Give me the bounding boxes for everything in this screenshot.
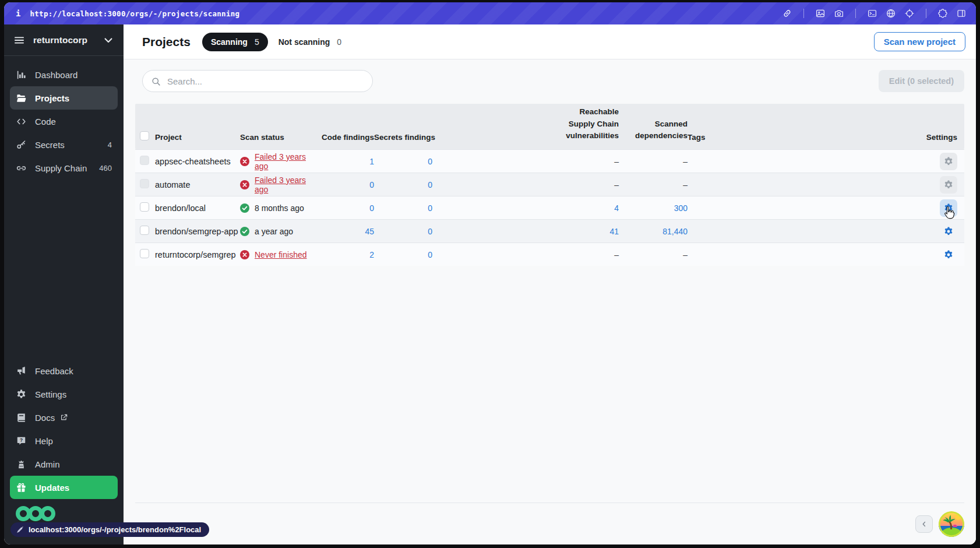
tropical-island-avatar[interactable] bbox=[939, 511, 964, 537]
row-checkbox[interactable] bbox=[140, 226, 149, 235]
sidebar-item-secrets[interactable]: Secrets 4 bbox=[10, 133, 118, 156]
table-row: appsec-cheatsheets Failed 3 years ago 1 … bbox=[135, 149, 964, 173]
secrets-findings-count[interactable]: 0 bbox=[374, 227, 432, 236]
scan-status-cell: Failed 3 years ago bbox=[240, 175, 322, 194]
edit-selected-button[interactable]: Edit (0 selected) bbox=[879, 70, 964, 92]
project-name: returntocorp/semgrep bbox=[155, 250, 240, 259]
target-icon[interactable] bbox=[904, 8, 915, 19]
image-icon[interactable] bbox=[815, 8, 826, 19]
scanned-dependencies-count[interactable]: 300 bbox=[619, 203, 688, 213]
sidebar-badge: 4 bbox=[108, 140, 112, 149]
toolbar-separator bbox=[926, 9, 926, 18]
col-project: Project bbox=[155, 133, 240, 149]
tab-not-scanning[interactable]: Not scanning 0 bbox=[279, 37, 341, 47]
tab-not-scanning-count: 0 bbox=[337, 37, 341, 47]
supply-chain-vulns-count: – bbox=[432, 250, 619, 259]
tab-scanning-count: 5 bbox=[255, 37, 259, 47]
sidebar-item-label: Feedback bbox=[35, 366, 73, 376]
sidebar-item-updates[interactable]: Updates bbox=[10, 476, 118, 499]
code-findings-count[interactable]: 2 bbox=[322, 250, 374, 259]
table-row: brendon/semgrep-app a year ago 45 0 41 8… bbox=[135, 219, 964, 243]
table-header-row: Project Scan status Code findings Secret… bbox=[135, 104, 964, 149]
settings-cell bbox=[842, 199, 964, 217]
sidebar-item-admin[interactable]: Admin bbox=[10, 452, 118, 476]
sidebar-footer-nav: Feedback Settings Docs ? Help Admin Upda… bbox=[4, 359, 124, 499]
scan-status-text[interactable]: Failed 3 years ago bbox=[255, 152, 322, 171]
sidebar-item-label: Code bbox=[35, 117, 56, 127]
terminal-icon[interactable] bbox=[867, 8, 877, 19]
success-icon bbox=[240, 227, 249, 236]
sidebar-item-help[interactable]: ? Help bbox=[10, 429, 118, 452]
external-link-icon bbox=[60, 413, 68, 421]
row-checkbox[interactable] bbox=[140, 202, 149, 212]
camera-icon[interactable] bbox=[834, 8, 844, 19]
sidebar-item-code[interactable]: Code bbox=[10, 110, 118, 133]
app-body: returntocorp Dashboard Projects Code Sec… bbox=[4, 24, 976, 545]
hamburger-icon[interactable] bbox=[13, 34, 25, 46]
sidebar-item-projects[interactable]: Projects bbox=[10, 86, 118, 110]
select-all-checkbox[interactable] bbox=[140, 131, 149, 140]
scanned-dependencies-count: – bbox=[619, 180, 688, 189]
chevron-down-icon[interactable] bbox=[103, 34, 114, 46]
sidebar-item-docs[interactable]: Docs bbox=[10, 406, 118, 429]
secrets-findings-count[interactable]: 0 bbox=[374, 157, 432, 166]
table-row: returntocorp/semgrep Never finished 2 0 … bbox=[135, 243, 964, 266]
sidebar-item-supply-chain[interactable]: Supply Chain 460 bbox=[10, 156, 118, 180]
project-settings-button[interactable] bbox=[940, 153, 957, 170]
sidebar-item-label: Dashboard bbox=[35, 70, 77, 80]
sidebar: returntocorp Dashboard Projects Code Sec… bbox=[4, 24, 124, 545]
secrets-findings-count[interactable]: 0 bbox=[374, 203, 432, 213]
chain-icon bbox=[16, 163, 27, 174]
project-name: appsec-cheatsheets bbox=[155, 157, 240, 166]
col-supply-chain-vulns: Reachable Supply Chain vulnerabilities bbox=[560, 106, 619, 149]
col-secrets-findings: Secrets findings bbox=[374, 133, 432, 149]
search-box[interactable] bbox=[142, 70, 373, 92]
previous-page-button[interactable] bbox=[915, 515, 933, 533]
search-input[interactable] bbox=[166, 76, 364, 87]
supply-chain-vulns-count[interactable]: 4 bbox=[432, 203, 619, 213]
project-name: brendon/semgrep-app bbox=[155, 227, 240, 236]
row-checkbox[interactable] bbox=[140, 156, 149, 165]
project-settings-button[interactable] bbox=[940, 223, 957, 240]
scanned-dependencies-count[interactable]: 81,440 bbox=[619, 227, 688, 236]
secrets-findings-count[interactable]: 0 bbox=[374, 250, 432, 259]
supply-chain-vulns-count[interactable]: 41 bbox=[432, 227, 619, 236]
sidebar-item-label: Supply Chain bbox=[35, 163, 87, 173]
col-scan-status: Scan status bbox=[240, 133, 322, 149]
row-checkbox[interactable] bbox=[140, 179, 149, 188]
dashboard-icon bbox=[16, 69, 27, 80]
tab-scanning[interactable]: Scanning 5 bbox=[202, 33, 268, 51]
project-settings-button[interactable] bbox=[940, 246, 957, 264]
org-switcher[interactable]: returntocorp bbox=[4, 24, 124, 56]
semgrep-logo[interactable] bbox=[16, 506, 124, 521]
svg-text:?: ? bbox=[20, 437, 23, 442]
code-findings-count[interactable]: 0 bbox=[322, 203, 374, 213]
sidebar-item-label: Secrets bbox=[35, 140, 65, 150]
scan-status-text[interactable]: Failed 3 years ago bbox=[255, 175, 322, 194]
extensions-icon[interactable] bbox=[937, 8, 948, 19]
sidebar-item-feedback[interactable]: Feedback bbox=[10, 359, 118, 382]
scan-new-project-button[interactable]: Scan new project bbox=[874, 32, 965, 51]
sidebar-item-settings[interactable]: Settings bbox=[10, 382, 118, 406]
settings-cell bbox=[842, 153, 964, 170]
globe-icon[interactable] bbox=[886, 8, 896, 19]
row-checkbox[interactable] bbox=[140, 249, 149, 258]
code-findings-count[interactable]: 1 bbox=[322, 157, 374, 166]
scan-status-text: 8 months ago bbox=[255, 203, 304, 213]
split-view-icon[interactable] bbox=[956, 8, 967, 19]
table-row: brendon/local 8 months ago 0 0 4 300 bbox=[135, 196, 964, 219]
code-findings-count[interactable]: 0 bbox=[322, 180, 374, 189]
secrets-findings-count[interactable]: 0 bbox=[374, 180, 432, 189]
project-settings-button[interactable] bbox=[940, 176, 957, 194]
code-icon bbox=[16, 116, 27, 127]
failed-icon bbox=[240, 157, 249, 166]
project-settings-button[interactable] bbox=[940, 199, 957, 217]
col-scanned-dependencies: Scanned dependencies bbox=[629, 118, 688, 150]
link-icon[interactable] bbox=[782, 8, 792, 19]
sidebar-item-label: Updates bbox=[35, 483, 69, 493]
scan-status-text[interactable]: Never finished bbox=[255, 250, 307, 259]
sidebar-item-dashboard[interactable]: Dashboard bbox=[10, 63, 118, 86]
code-findings-count[interactable]: 45 bbox=[322, 227, 374, 236]
supply-chain-vulns-count: – bbox=[432, 157, 619, 166]
info-icon: i bbox=[16, 9, 20, 18]
